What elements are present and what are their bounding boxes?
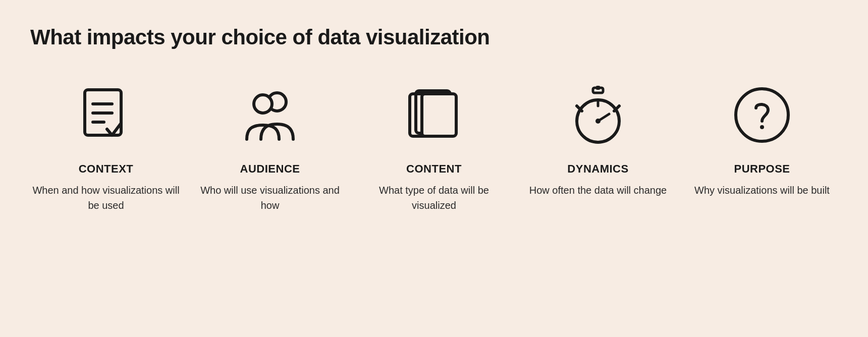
page-container: What impacts your choice of data visuali…: [0, 0, 868, 337]
svg-point-18: [760, 125, 764, 129]
dynamics-label: DYNAMICS: [567, 162, 628, 176]
page-title: What impacts your choice of data visuali…: [30, 25, 838, 49]
context-description: When and how visualizations will be used: [30, 183, 182, 213]
svg-rect-8: [422, 94, 456, 136]
purpose-label: PURPOSE: [734, 162, 790, 176]
audience-icon: [235, 80, 305, 150]
svg-point-16: [595, 119, 601, 124]
card-context: CONTEXT When and how visualizations will…: [30, 80, 182, 213]
purpose-description: Why visualizations will be built: [694, 183, 830, 198]
context-label: CONTEXT: [79, 162, 134, 176]
cards-container: CONTEXT When and how visualizations will…: [30, 80, 838, 213]
content-description: What type of data will be visualized: [358, 183, 510, 213]
svg-point-5: [254, 95, 272, 113]
card-dynamics: DYNAMICS How often the data will change: [522, 80, 674, 198]
card-audience: AUDIENCE Who will use visualizations and…: [194, 80, 346, 213]
dynamics-description: How often the data will change: [529, 183, 667, 198]
card-purpose: PURPOSE Why visualizations will be built: [686, 80, 838, 198]
svg-rect-10: [596, 86, 600, 90]
card-content: CONTENT What type of data will be visual…: [358, 80, 510, 213]
content-label: CONTENT: [406, 162, 462, 176]
svg-point-17: [736, 89, 788, 141]
dynamics-icon: [563, 80, 633, 150]
context-icon: [71, 80, 141, 150]
audience-label: AUDIENCE: [240, 162, 300, 176]
content-icon: [399, 80, 469, 150]
audience-description: Who will use visualizations and how: [194, 183, 346, 213]
purpose-icon: [727, 80, 797, 150]
